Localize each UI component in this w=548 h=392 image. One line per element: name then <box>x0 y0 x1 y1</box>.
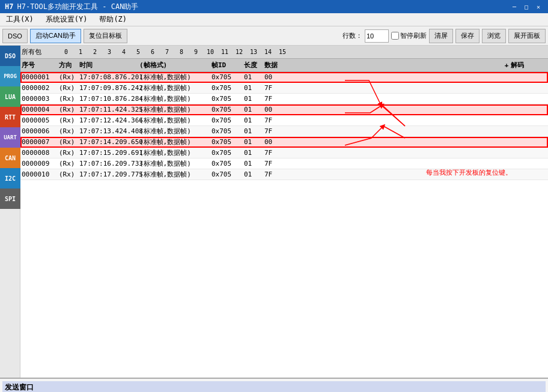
cell-len: 01 <box>244 116 264 124</box>
table-row[interactable]: 0000003 (Rx) 17:07:10.876.284 (标准帧,数据帧) … <box>20 94 548 104</box>
table-scroll[interactable]: 0000001 (Rx) 17:07:08.876.201 (标准帧,数据帧) … <box>20 72 548 378</box>
th-decode: 解码 <box>511 61 547 70</box>
menu-tools[interactable]: 工具(X) <box>2 13 37 26</box>
cell-time: 17:07:11.424.325 <box>79 106 139 113</box>
col-13: 13 <box>246 49 261 55</box>
sidebar-item-dso[interactable]: DSO <box>0 46 20 66</box>
row-count-label: 行数： <box>342 31 362 40</box>
cell-seq: 0000009 <box>22 160 59 167</box>
table-header: 序号 方向 时间 (帧格式) 帧ID 长度 数据 + 解码 <box>20 59 548 72</box>
col-14: 14 <box>261 49 275 55</box>
cell-time: 17:07:17.209.775 <box>79 170 139 178</box>
sidebar-item-can[interactable]: CAN <box>0 148 20 168</box>
dso-button[interactable]: DSO <box>2 29 28 43</box>
col-0: 0 <box>59 49 73 55</box>
cell-len: 01 <box>244 160 264 167</box>
cell-time: 17:07:15.209.691 <box>79 149 139 157</box>
titlebar: H7 H7-TOOL多功能开发工具 - CAN助手 ─ □ ✕ <box>0 0 548 13</box>
th-time: 时间 <box>79 61 139 70</box>
cell-data: 00 <box>264 106 547 113</box>
content-area: 所有包 0 1 2 3 4 5 6 7 8 9 10 11 12 13 14 1… <box>20 46 548 378</box>
table-row[interactable]: 0000001 (Rx) 17:07:08.876.201 (标准帧,数据帧) … <box>20 72 548 83</box>
send-window-title: 发送窗口 <box>2 381 546 392</box>
th-format: (帧格式) <box>139 61 212 70</box>
cell-id: 0x705 <box>212 73 244 81</box>
sidebar-item-prog[interactable]: PROG <box>0 66 20 86</box>
cell-seq: 0000008 <box>22 149 59 157</box>
th-data: 数据 <box>264 61 502 70</box>
cell-dir: (Rx) <box>59 73 79 81</box>
can-start-button[interactable]: 启动CAN助手 <box>30 29 81 43</box>
th-length: 长度 <box>244 61 264 70</box>
cell-dir: (Rx) <box>59 116 79 124</box>
cell-time: 17:07:08.876.201 <box>79 73 139 81</box>
table-row[interactable]: 0000004 (Rx) 17:07:11.424.325 (标准帧,数据帧) … <box>20 104 548 115</box>
cell-len: 01 <box>244 127 264 135</box>
cell-seq: 0000002 <box>22 84 59 92</box>
th-plus: + <box>502 61 511 69</box>
cell-seq: 0000004 <box>22 106 59 113</box>
maximize-btn[interactable]: □ <box>522 2 531 11</box>
cell-id: 0x705 <box>212 149 244 157</box>
cell-format: (标准帧,数据帧) <box>139 170 212 179</box>
cell-id: 0x705 <box>212 127 244 135</box>
cell-dir: (Rx) <box>59 149 79 157</box>
smart-refresh-label[interactable]: 智停刷新 <box>391 31 427 40</box>
save-button[interactable]: 保存 <box>455 29 480 43</box>
cell-dir: (Rx) <box>59 170 79 178</box>
sidebar-item-i2c[interactable]: I2C <box>0 168 20 188</box>
cell-format: (标准帧,数据帧) <box>139 94 212 103</box>
col-11: 11 <box>218 49 232 55</box>
cell-seq: 0000003 <box>22 95 59 103</box>
reset-target-button[interactable]: 复位目标板 <box>84 29 127 43</box>
cell-time: 17:07:13.424.408 <box>79 127 139 135</box>
cell-time: 17:07:12.424.366 <box>79 116 139 124</box>
col-4: 4 <box>117 49 131 55</box>
sidebar-item-uart[interactable]: UART <box>0 127 20 148</box>
cell-format: (标准帧,数据帧) <box>139 83 212 92</box>
col-1: 1 <box>73 49 88 55</box>
table-row[interactable]: 0000007 (Rx) 17:07:14.209.650 (标准帧,数据帧) … <box>20 137 548 148</box>
clear-screen-button[interactable]: 清屏 <box>429 29 453 43</box>
sidebar-item-rtt[interactable]: RTT <box>0 107 20 127</box>
table-row[interactable]: 0000006 (Rx) 17:07:13.424.408 (标准帧,数据帧) … <box>20 126 548 137</box>
cell-data: 7F <box>264 149 547 157</box>
menubar: 工具(X) 系统设置(Y) 帮助(Z) <box>0 13 548 26</box>
cell-data: 7F <box>264 160 547 167</box>
minimize-btn[interactable]: ─ <box>510 2 519 11</box>
col-7: 7 <box>160 49 174 55</box>
cell-data: 7F <box>264 127 547 135</box>
close-btn[interactable]: ✕ <box>534 2 543 11</box>
row-count-input[interactable] <box>365 29 389 43</box>
cell-data: 7F <box>264 84 547 92</box>
col-8: 8 <box>174 49 189 55</box>
menu-help[interactable]: 帮助(Z) <box>96 13 130 26</box>
expand-panel-button[interactable]: 展开面板 <box>508 29 546 43</box>
sidebar: DSO PROG LUA RTT UART CAN I2C SPI <box>0 46 20 378</box>
browse-button[interactable]: 浏览 <box>482 29 506 43</box>
cell-id: 0x705 <box>212 138 244 146</box>
cell-seq: 0000006 <box>22 127 59 135</box>
col-9: 9 <box>189 49 203 55</box>
send-window: 发送窗口 帧格式 标准帧 帧类型 数据帧 帧ID 发送周期 250 ms <box>0 378 548 392</box>
cell-time: 17:07:16.209.733 <box>79 160 139 167</box>
table-row[interactable]: 0000005 (Rx) 17:07:12.424.366 (标准帧,数据帧) … <box>20 115 548 126</box>
cell-format: (标准帧,数据帧) <box>139 127 212 136</box>
cell-seq: 0000001 <box>22 73 59 81</box>
titlebar-controls[interactable]: ─ □ ✕ <box>510 2 543 11</box>
cell-dir: (Rx) <box>59 138 79 146</box>
cell-seq: 0000010 <box>22 170 59 178</box>
col-6: 6 <box>145 49 160 55</box>
menu-settings[interactable]: 系统设置(Y) <box>42 13 91 26</box>
smart-refresh-checkbox[interactable] <box>391 32 399 40</box>
cell-format: (标准帧,数据帧) <box>139 116 212 125</box>
cell-time: 17:07:09.876.242 <box>79 84 139 92</box>
col-2: 2 <box>88 49 102 55</box>
annotation-text: 每当我按下开发板的复位键。 <box>426 168 512 177</box>
table-row[interactable]: 0000008 (Rx) 17:07:15.209.691 (标准帧,数据帧) … <box>20 148 548 158</box>
sidebar-item-lua[interactable]: LUA <box>0 86 20 107</box>
table-row[interactable]: 0000002 (Rx) 17:07:09.876.242 (标准帧,数据帧) … <box>20 83 548 94</box>
col-3: 3 <box>102 49 117 55</box>
sidebar-item-spi[interactable]: SPI <box>0 188 20 209</box>
th-frame-id: 帧ID <box>212 61 244 70</box>
